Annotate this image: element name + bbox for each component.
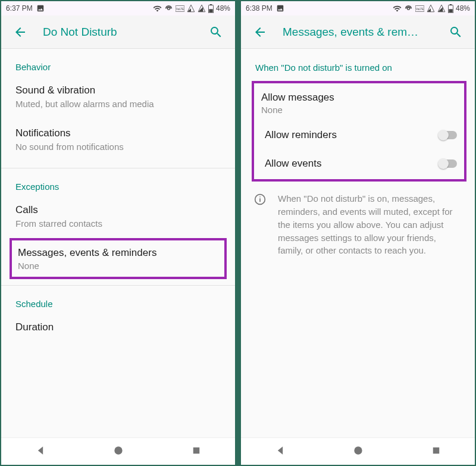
signal-1-icon [187, 4, 195, 12]
settings-list: Behavior Sound & vibration Muted, but al… [1, 49, 235, 437]
svg-point-16 [259, 196, 261, 198]
nav-back-button[interactable] [274, 445, 286, 459]
nav-recents-button[interactable] [431, 445, 441, 458]
item-subtitle: None [261, 105, 458, 115]
svg-text:VoLTE: VoLTE [416, 7, 424, 10]
item-notifications[interactable]: Notifications No sound from notification… [1, 118, 235, 161]
svg-rect-13 [449, 9, 452, 12]
item-duration[interactable]: Duration [1, 312, 235, 342]
square-recents-icon [191, 445, 202, 456]
info-icon [254, 193, 266, 257]
toggle-allow-reminders[interactable] [438, 129, 458, 141]
wifi-icon [153, 4, 162, 13]
signal-2-icon [198, 4, 206, 12]
item-subtitle: None [18, 261, 218, 271]
svg-rect-7 [193, 447, 200, 454]
item-title: Sound & vibration [15, 84, 221, 97]
arrow-back-icon [253, 25, 267, 39]
settings-list: When "Do not disturb" is turned on Allow… [241, 49, 475, 437]
status-bar: 6:37 PM VoLTE 48% [1, 1, 235, 15]
section-header-dnd-on: When "Do not disturb" is turned on [241, 49, 475, 77]
svg-point-17 [355, 446, 362, 454]
svg-rect-4 [210, 4, 212, 5]
item-subtitle: From starred contacts [15, 218, 221, 230]
highlighted-allow-group: Allow messages None Allow reminders Allo… [252, 81, 466, 182]
status-battery: 48% [216, 4, 230, 12]
battery-icon [448, 4, 453, 13]
page-title: Messages, events & rem… [283, 26, 444, 39]
item-title: Allow reminders [265, 129, 337, 141]
svg-rect-5 [209, 9, 212, 12]
item-messages-events-reminders[interactable]: Messages, events & reminders None [10, 238, 227, 279]
item-calls[interactable]: Calls From starred contacts [1, 195, 235, 238]
info-block: When "Do not disturb" is on, messages, r… [241, 182, 475, 263]
signal-1-icon [427, 4, 435, 12]
square-recents-icon [431, 445, 441, 456]
triangle-back-icon [35, 445, 46, 456]
battery-icon [208, 4, 214, 13]
volte-icon: VoLTE [176, 5, 184, 12]
item-title: Allow events [265, 158, 321, 170]
screen-do-not-disturb: 6:37 PM VoLTE 48% Do Not Disturb Behavio… [1, 1, 235, 465]
section-header-exceptions: Exceptions [1, 168, 235, 195]
item-title: Notifications [15, 127, 221, 140]
item-title: Allow messages [261, 92, 458, 104]
app-bar: Messages, events & rem… [241, 15, 475, 49]
circle-home-icon [352, 445, 364, 456]
section-header-behavior: Behavior [1, 49, 235, 76]
picture-icon [276, 4, 284, 12]
wifi-icon [393, 4, 402, 13]
signal-2-icon [437, 4, 446, 12]
search-button[interactable] [444, 20, 468, 44]
app-bar: Do Not Disturb [1, 15, 235, 49]
svg-point-8 [408, 7, 410, 10]
section-header-schedule: Schedule [1, 286, 235, 312]
nav-recents-button[interactable] [191, 445, 202, 458]
status-time: 6:37 PM [6, 4, 33, 12]
screen-messages-events-reminders: 6:38 PM VoLTE 48% Messages, events & rem… [241, 1, 475, 465]
item-subtitle: No sound from notifications [15, 141, 221, 153]
item-title: Calls [15, 204, 221, 217]
nav-back-button[interactable] [35, 445, 46, 459]
search-icon [449, 25, 463, 39]
hotspot-icon [164, 4, 173, 13]
page-title: Do Not Disturb [43, 26, 204, 39]
triangle-back-icon [274, 445, 286, 456]
item-subtitle: Muted, but allow alarms and media [15, 98, 221, 110]
search-button[interactable] [204, 20, 228, 44]
toggle-allow-events[interactable] [438, 158, 458, 170]
circle-home-icon [112, 445, 124, 456]
status-time: 6:38 PM [246, 4, 273, 12]
nav-bar [1, 437, 235, 465]
hotspot-icon [404, 4, 413, 13]
back-button[interactable] [8, 20, 32, 44]
item-allow-events[interactable]: Allow events [260, 149, 462, 178]
status-bar: 6:38 PM VoLTE 48% [241, 1, 475, 15]
item-sound-vibration[interactable]: Sound & vibration Muted, but allow alarm… [1, 76, 235, 118]
svg-rect-12 [450, 4, 452, 5]
item-title: Duration [15, 321, 221, 334]
search-icon [209, 25, 223, 39]
svg-point-6 [115, 446, 123, 454]
svg-rect-18 [433, 447, 440, 454]
info-text: When "Do not disturb" is on, messages, r… [278, 192, 462, 257]
item-allow-reminders[interactable]: Allow reminders [260, 121, 462, 149]
nav-home-button[interactable] [112, 445, 124, 459]
arrow-back-icon [13, 25, 27, 39]
svg-point-0 [168, 7, 170, 10]
item-title: Messages, events & reminders [18, 246, 218, 259]
back-button[interactable] [248, 20, 272, 44]
status-battery: 48% [456, 4, 470, 12]
picture-icon [36, 4, 45, 12]
volte-icon: VoLTE [415, 5, 424, 12]
svg-text:VoLTE: VoLTE [176, 7, 184, 10]
nav-bar [241, 437, 475, 465]
nav-home-button[interactable] [352, 445, 364, 459]
item-allow-messages[interactable]: Allow messages None [260, 86, 462, 121]
